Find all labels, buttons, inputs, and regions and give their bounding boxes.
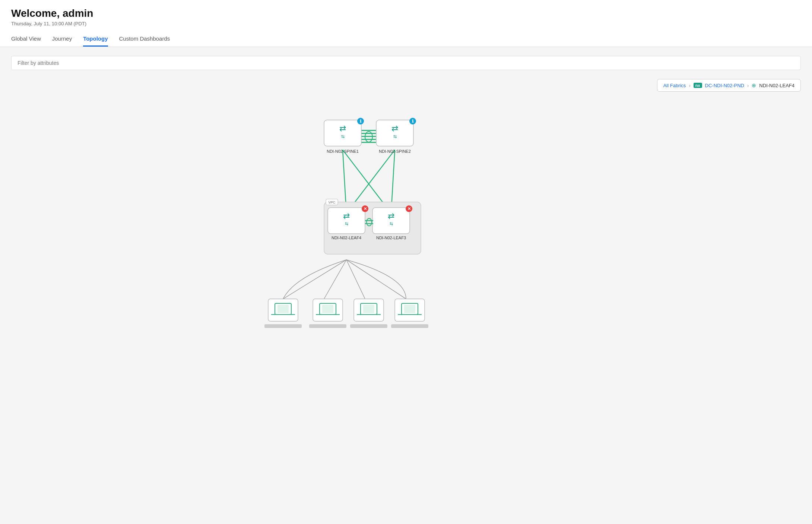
svg-rect-47 xyxy=(277,305,289,313)
svg-text:NDI-N02-LEAF3: NDI-N02-LEAF3 xyxy=(376,236,406,240)
svg-rect-60 xyxy=(264,324,302,328)
main-content: All Fabrics › nx DC-NDI-N02-PND › ⊕ NDI-… xyxy=(0,47,812,349)
svg-text:✕: ✕ xyxy=(407,206,411,211)
svg-text:⇆: ⇆ xyxy=(393,134,397,139)
topology-area: All Fabrics › nx DC-NDI-N02-PND › ⊕ NDI-… xyxy=(11,79,801,340)
tab-journey[interactable]: Journey xyxy=(52,32,72,47)
svg-text:⇄: ⇄ xyxy=(343,211,350,221)
svg-rect-55 xyxy=(363,305,374,313)
svg-rect-59 xyxy=(404,305,415,313)
svg-text:NDI-N02-LEAF4: NDI-N02-LEAF4 xyxy=(332,236,361,240)
svg-rect-62 xyxy=(350,324,387,328)
tab-global-view[interactable]: Global View xyxy=(11,32,41,47)
svg-rect-63 xyxy=(391,324,428,328)
breadcrumb-fabric[interactable]: DC-NDI-N02-PND xyxy=(705,83,744,88)
topology-node-icon: ⊕ xyxy=(752,82,756,88)
svg-text:⇄: ⇄ xyxy=(339,124,346,133)
svg-text:NDI-N02-SPINE2: NDI-N02-SPINE2 xyxy=(379,149,411,154)
svg-text:NDI-N02-SPINE1: NDI-N02-SPINE1 xyxy=(327,149,359,154)
datetime: Thursday, July 11, 10:00 AM (PDT) xyxy=(11,21,801,26)
svg-text:VPC: VPC xyxy=(329,201,336,204)
svg-rect-61 xyxy=(309,324,346,328)
breadcrumb: All Fabrics › nx DC-NDI-N02-PND › ⊕ NDI-… xyxy=(657,79,801,92)
tab-custom-dashboards[interactable]: Custom Dashboards xyxy=(119,32,170,47)
filter-input[interactable] xyxy=(11,56,801,70)
breadcrumb-all-fabrics[interactable]: All Fabrics xyxy=(663,83,686,88)
svg-text:✕: ✕ xyxy=(364,206,367,211)
nav-tabs: Global View Journey Topology Custom Dash… xyxy=(11,32,801,47)
svg-line-43 xyxy=(346,260,406,299)
svg-rect-51 xyxy=(322,305,333,313)
breadcrumb-sep2: › xyxy=(747,83,749,88)
svg-text:⇆: ⇆ xyxy=(341,134,345,139)
breadcrumb-nx-badge: nx xyxy=(694,83,702,88)
svg-text:⇆: ⇆ xyxy=(390,221,393,226)
breadcrumb-current: NDI-N02-LEAF4 xyxy=(759,83,794,88)
svg-text:⇄: ⇄ xyxy=(388,211,394,221)
svg-line-40 xyxy=(283,260,346,299)
breadcrumb-sep1: › xyxy=(689,83,690,88)
welcome-title: Welcome, admin xyxy=(11,7,801,19)
page-header: Welcome, admin Thursday, July 11, 10:00 … xyxy=(0,0,812,47)
svg-line-41 xyxy=(324,260,346,299)
topology-diagram: VPC ⇄ ⇆ ✕ NDI-N02-LEAF4 ⇄ ⇆ ✕ xyxy=(11,98,801,349)
svg-text:⇆: ⇆ xyxy=(345,221,348,226)
svg-text:⇄: ⇄ xyxy=(391,124,398,133)
tab-topology[interactable]: Topology xyxy=(83,32,108,47)
